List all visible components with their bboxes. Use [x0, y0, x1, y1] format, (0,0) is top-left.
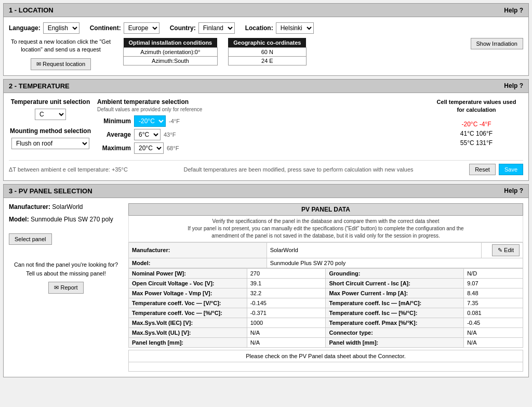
cell-min-value: -20°C [462, 121, 478, 128]
cell-max-value: 55°C [460, 139, 474, 147]
spec-right-value-3: 7.35 [464, 298, 523, 308]
max-label: Maximum [97, 145, 131, 152]
continent-field: Continent: Europe [90, 22, 159, 34]
spec-right-label-7: Panel width [mm]: [326, 337, 464, 347]
temp-actions: Reset Save [469, 164, 523, 175]
reset-button[interactable]: Reset [469, 164, 496, 175]
cell-min-row: -20°C -4°F [430, 121, 523, 128]
location-select[interactable]: Helsinki [276, 22, 314, 34]
country-select[interactable]: Finland [198, 22, 235, 34]
optimal-row2: Azimuth:South [124, 57, 218, 65]
request-block: To request a new location click the "Get… [9, 38, 113, 70]
pv-data-header: PV PANEL DATA [128, 203, 523, 216]
pv-spec-row-7: Panel length [mm]: N/A Panel width [mm]:… [129, 337, 523, 347]
continent-label: Continent: [90, 24, 121, 32]
request-text: To request a new location click the "Get… [9, 38, 113, 54]
pv-spec-row-6: Max.Sys.Volt (UL) [V]: N/A Connector typ… [129, 327, 523, 337]
pv-specs-table: Nominal Power [W]: 270 Grounding: N/D Op… [128, 268, 523, 348]
optimal-header: Optimal installation conditions [124, 38, 218, 48]
temperature-header: 2 - TEMPERATURE Help ? [4, 80, 528, 93]
pv-spec-row-5: Max.Sys.Volt (IEC) [V]: 1000 Temperature… [129, 318, 523, 327]
optimal-row1: Azimuth (orientation):0° [124, 48, 218, 57]
language-label: Language: [9, 24, 41, 32]
avg-label: Average [97, 131, 131, 138]
spec-left-label-5: Max.Sys.Volt (IEC) [V]: [129, 318, 247, 327]
geo-table: Geographic co-ordinates 60 N 24 E [228, 38, 307, 65]
request-location-button[interactable]: ✉ Request location [31, 58, 91, 70]
pv-info-table: Manufacturer: SolarWorld ✎ Edit Model: S… [128, 242, 523, 268]
spec-left-label-7: Panel length [mm]: [129, 337, 247, 347]
min-temp-select[interactable]: -20°C -15°C -10°C [134, 115, 166, 127]
spec-left-value-3: -0.145 [247, 298, 326, 308]
location-section: 1 - LOCATION Help ? Language: English Co… [3, 3, 529, 76]
connector-note: Please check on the PV Panel data sheet … [128, 350, 523, 362]
temperature-section: 2 - TEMPERATURE Help ? Temperature unit … [3, 79, 529, 181]
spec-right-label-3: Temperature coeff. Isc — [mA/°C]: [326, 298, 464, 308]
spec-left-label-4: Temperature coeff. Voc — [%/°C]: [129, 308, 247, 318]
spec-right-label-0: Grounding: [326, 268, 464, 278]
pv-description: Verify the specifications of the panel i… [128, 216, 523, 242]
empty-bottom-row [128, 362, 523, 372]
pv-model-row: Model: Sunmodule Plus SW 270 poly [129, 258, 523, 268]
geo-row1: 60 N [228, 48, 306, 57]
language-field: Language: English [9, 22, 79, 34]
pv-spec-row-4: Temperature coeff. Voc — [%/°C]: -0.371 … [129, 308, 523, 318]
pv-model-label-tbl: Model: [132, 260, 150, 266]
avg-temp-select[interactable]: 6°C 8°C [134, 129, 161, 140]
spec-left-label-1: Open Circuit Voltage - Voc [V]: [129, 278, 247, 288]
spec-right-value-6: N/A [464, 327, 523, 337]
spec-right-label-4: Temperature coeff. Isc — [%/°C]: [326, 308, 464, 318]
min-fahr: -4°F [169, 118, 180, 124]
save-button[interactable]: Save [499, 164, 523, 175]
report-button[interactable]: ✉ Report [48, 282, 83, 294]
spec-right-label-2: Max Power Current - Imp [A]: [326, 288, 464, 298]
country-label: Country: [170, 24, 196, 32]
pv-manufacturer-display: Manufacturer: SolarWorld [9, 203, 123, 211]
model-value: Sunmodule Plus SW 270 poly [31, 216, 113, 223]
spec-left-value-6: N/A [247, 327, 326, 337]
location-field: Location: Helsinki [245, 22, 314, 34]
cell-temp-col: Cell temperature values usedfor calculat… [430, 98, 523, 149]
cell-min-fahr: -4°F [480, 121, 491, 128]
cell-max-fahr: 131°F [476, 139, 493, 147]
pv-spec-row-2: Max Power Voltage - Vmp [V]: 32.2 Max Po… [129, 288, 523, 298]
spec-left-label-3: Temperature coeff. Voc — [V/°C]: [129, 298, 247, 308]
min-temp-row: Minimum -20°C -15°C -10°C -4°F [97, 115, 424, 127]
cell-avg-fahr: 106°F [476, 130, 493, 137]
pv-data-area: PV PANEL DATA Verify the specifications … [128, 203, 523, 372]
location-help[interactable]: Help ? [504, 7, 523, 14]
unit-label: Temperature unit selection [9, 98, 92, 106]
spec-left-value-7: N/A [247, 337, 326, 347]
temperature-help[interactable]: Help ? [504, 82, 523, 89]
mount-select[interactable]: Flush on roof Free standing Integrated [11, 138, 89, 149]
cell-avg-value: 41°C [460, 130, 474, 137]
spec-left-value-2: 32.2 [247, 288, 326, 298]
min-label: Minimum [97, 117, 131, 125]
avg-fahr: 43°F [164, 132, 176, 138]
cell-temp-header: Cell temperature values usedfor calculat… [430, 98, 523, 114]
spec-right-value-1: 9.07 [464, 278, 523, 288]
spec-left-label-0: Nominal Power [W]: [129, 268, 247, 278]
spec-right-value-4: 0.081 [464, 308, 523, 318]
manufacturer-label: Manufacturer: [9, 203, 50, 211]
pv-spec-row-1: Open Circuit Voltage - Voc [V]: 39.1 Sho… [129, 278, 523, 288]
pv-help[interactable]: Help ? [504, 187, 523, 194]
geo-header: Geographic co-ordinates [228, 38, 306, 48]
cell-avg-row: 41°C 106°F [430, 130, 523, 137]
location-header: 1 - LOCATION Help ? [4, 4, 528, 17]
spec-left-label-6: Max.Sys.Volt (UL) [V]: [129, 327, 247, 337]
pv-mfr-value: SolarWorld [270, 247, 298, 253]
pv-spec-row-3: Temperature coeff. Voc — [V/°C]: -0.145 … [129, 298, 523, 308]
show-irradiation-button[interactable]: Show Irradiation [471, 38, 524, 49]
pv-model-value-tbl: Sunmodule Plus SW 270 poly [270, 260, 346, 266]
max-temp-select[interactable]: 20°C 25°C [134, 142, 164, 154]
temp-footer: ΔT between ambient e cell temperature: +… [9, 160, 523, 175]
optimal-table: Optimal installation conditions Azimuth … [123, 38, 218, 65]
language-select[interactable]: English [43, 22, 79, 34]
unit-select[interactable]: C F [35, 109, 66, 120]
continent-select[interactable]: Europe [124, 22, 159, 34]
max-fahr: 68°F [167, 145, 179, 151]
select-panel-button[interactable]: Select panel [9, 233, 52, 245]
optimal-block: Optimal installation conditions Azimuth … [123, 38, 460, 65]
edit-button[interactable]: ✎ Edit [492, 244, 520, 256]
